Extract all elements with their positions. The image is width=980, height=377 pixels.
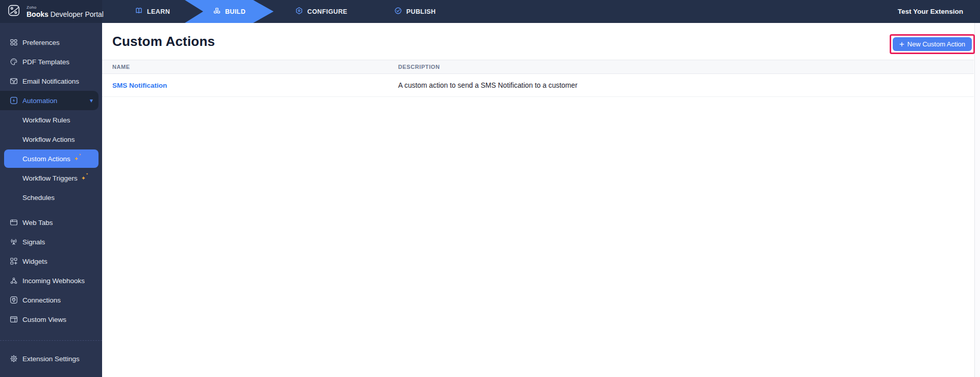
topbar: Zoho Books Developer Portal LEARN BUILD (0, 0, 980, 23)
zoho-books-logo-icon (8, 5, 22, 18)
app-logo[interactable]: Zoho Books Developer Portal (0, 0, 102, 23)
pdf-templates-icon (10, 58, 18, 66)
page-title: Custom Actions (112, 34, 215, 49)
sparkle-icon: ✦✦ (74, 155, 79, 162)
sidebar-item-label: PDF Templates (22, 58, 69, 66)
column-header-name: NAME (102, 64, 398, 70)
custom-action-link[interactable]: SMS Notification (112, 82, 167, 89)
logo-suffix: Developer Portal (51, 10, 104, 18)
new-custom-action-label: New Custom Action (908, 40, 965, 48)
sidebar-item-workflow-actions[interactable]: Workflow Actions (0, 130, 102, 149)
sidebar-item-preferences[interactable]: Preferences (0, 33, 102, 52)
sidebar-item-label: Workflow Rules (22, 116, 70, 124)
sidebar-item-signals[interactable]: Signals (0, 232, 102, 252)
sidebar-item-pdf-templates[interactable]: PDF Templates (0, 52, 102, 71)
column-header-description: DESCRIPTION (398, 64, 974, 70)
sidebar-item-widgets[interactable]: Widgets (0, 252, 102, 271)
tab-learn[interactable]: LEARN (135, 0, 170, 23)
book-icon (135, 7, 143, 16)
sidebar-item-label: Schedules (22, 194, 55, 202)
custom-actions-table: NAME DESCRIPTION SMS Notification A cust… (102, 60, 974, 97)
sidebar-item-email-notifications[interactable]: Email Notifications (0, 71, 102, 91)
annotation-highlight-box: + New Custom Action (890, 34, 975, 54)
tab-label: PUBLISH (406, 8, 436, 15)
sidebar-item-automation[interactable]: Automation ▾ (0, 91, 99, 110)
sidebar-item-label: Connections (22, 296, 61, 304)
logo-text: Zoho Books Developer Portal (27, 6, 104, 18)
preferences-icon (10, 38, 18, 46)
main-header: Custom Actions + New Custom Action (102, 23, 980, 60)
custom-views-icon (10, 315, 18, 323)
chevron-down-icon[interactable]: ▾ (90, 97, 93, 104)
sidebar-item-label: Widgets (22, 258, 47, 265)
plus-icon: + (899, 40, 904, 48)
automation-icon (10, 96, 18, 105)
table-header-row: NAME DESCRIPTION (102, 60, 974, 74)
sidebar-item-workflow-triggers[interactable]: Workflow Triggers ✦✦ (0, 168, 102, 188)
logo-brand: Zoho (27, 6, 104, 10)
table-cell-description: A custom action to send a SMS Notificati… (398, 82, 974, 89)
sidebar-item-connections[interactable]: Connections (0, 290, 102, 310)
signals-icon (10, 238, 18, 246)
email-notifications-icon (10, 77, 18, 85)
table-cell-name: SMS Notification (102, 81, 398, 90)
sidebar: Preferences PDF Templates Email Notifica… (0, 23, 102, 377)
sidebar-item-label: Extension Settings (22, 355, 80, 363)
incoming-webhooks-icon (10, 277, 18, 285)
sidebar-item-label: Email Notifications (22, 78, 79, 85)
connections-icon (10, 296, 18, 304)
sidebar-divider (0, 340, 102, 341)
tab-label: CONFIGURE (307, 8, 348, 15)
table-row[interactable]: SMS Notification A custom action to send… (102, 74, 974, 97)
sidebar-item-schedules[interactable]: Schedules (0, 188, 102, 207)
sidebar-item-label: Custom Views (22, 316, 66, 323)
sidebar-item-label: Signals (22, 238, 45, 246)
sidebar-item-incoming-webhooks[interactable]: Incoming Webhooks (0, 271, 102, 290)
sidebar-item-label: Incoming Webhooks (22, 277, 85, 285)
sidebar-item-label: Workflow Triggers (22, 174, 78, 182)
logo-product: Books (27, 10, 48, 18)
tab-build[interactable]: BUILD (185, 0, 274, 23)
sidebar-item-label: Workflow Actions (22, 136, 75, 143)
test-your-extension-link[interactable]: Test Your Extension (898, 0, 963, 23)
scrollbar-gutter[interactable] (974, 23, 980, 377)
sparkle-icon: ✦✦ (81, 174, 86, 182)
configure-nut-icon (295, 7, 303, 16)
new-custom-action-button[interactable]: + New Custom Action (893, 37, 972, 51)
sidebar-item-extension-settings[interactable]: Extension Settings (0, 349, 102, 368)
sidebar-item-custom-views[interactable]: Custom Views (0, 310, 102, 329)
extension-settings-icon (10, 355, 18, 363)
web-tabs-icon (10, 218, 18, 227)
sidebar-item-custom-actions[interactable]: Custom Actions ✦✦ (4, 149, 99, 168)
widgets-icon (10, 257, 18, 265)
build-blocks-icon (213, 7, 221, 16)
sidebar-item-label: Custom Actions (22, 155, 70, 163)
tab-label: BUILD (225, 8, 246, 15)
sidebar-item-label: Preferences (22, 39, 60, 46)
sidebar-item-web-tabs[interactable]: Web Tabs (0, 213, 102, 232)
sidebar-item-label: Automation (22, 97, 57, 105)
publish-check-icon (394, 7, 402, 16)
sidebar-item-label: Web Tabs (22, 219, 53, 227)
sidebar-item-workflow-rules[interactable]: Workflow Rules (0, 110, 102, 130)
tab-configure[interactable]: CONFIGURE (295, 0, 348, 23)
main-content: Custom Actions + New Custom Action NAME … (102, 23, 980, 377)
tab-label: LEARN (147, 8, 170, 15)
tab-publish[interactable]: PUBLISH (394, 0, 436, 23)
